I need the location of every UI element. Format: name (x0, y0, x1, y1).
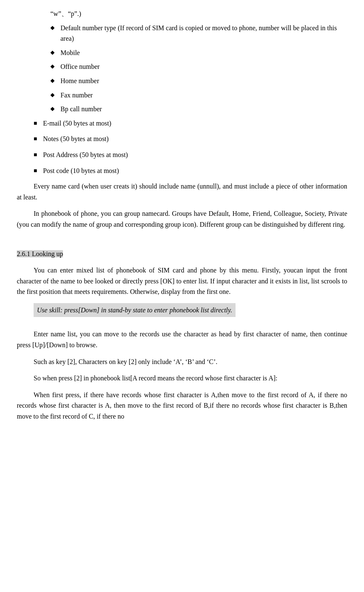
list-item-text: Bp call number (60, 104, 102, 115)
list-item-text: Notes (50 bytes at most) (43, 134, 108, 144)
section-heading-paragraph: 2.6.1 Looking up (17, 249, 347, 259)
square-icon: ■ (34, 119, 37, 128)
intro-text: “w”、“p”.) (50, 8, 347, 19)
diamond-list: ◆ Default number type (If record of SIM … (50, 23, 347, 115)
square-icon: ■ (34, 134, 37, 144)
list-item-text: Fax number (60, 90, 93, 101)
list-item: ■ E-mail (50 bytes at most) (34, 118, 347, 129)
list-item-text: Post Address (50 bytes at most) (43, 149, 128, 160)
diamond-icon: ◆ (50, 76, 55, 85)
section-gap (17, 236, 347, 249)
paragraph-namecard: Every name card (when user creats it) sh… (17, 181, 347, 202)
list-item: ◆ Office number (50, 61, 347, 72)
tip-text: Use skill: press[Down] in stand-by state… (34, 303, 236, 317)
main-content: “w”、“p”.) ◆ Default number type (If reco… (17, 8, 347, 422)
list-item: ◆ Home number (50, 76, 347, 86)
diamond-icon: ◆ (50, 24, 55, 32)
list-item-text: Post code (10 bytes at most) (43, 165, 119, 176)
section-heading: 2.6.1 Looking up (17, 250, 63, 257)
list-item-text: E-mail (50 bytes at most) (43, 118, 111, 129)
square-icon: ■ (34, 166, 37, 176)
list-item: ◆ Mobile (50, 47, 347, 58)
paragraph-phonebook: In phonebook of phone, you can group nam… (17, 208, 347, 230)
diamond-icon: ◆ (50, 105, 55, 113)
list-item: ◆ Fax number (50, 90, 347, 101)
list-item: ■ Post code (10 bytes at most) (34, 165, 347, 176)
square-list: ■ E-mail (50 bytes at most) ■ Notes (50 … (34, 118, 347, 176)
diamond-icon: ◆ (50, 48, 55, 57)
list-item-text: Mobile (60, 47, 80, 58)
list-item: ◆ Bp call number (50, 104, 347, 115)
paragraph-press2: So when press [2] in phonebook list[A re… (17, 373, 347, 384)
list-item-text: Default number type (If record of SIM ca… (60, 23, 347, 44)
paragraph-key2: Such as key [2], Characters on key [2] o… (17, 356, 347, 367)
diamond-icon: ◆ (50, 62, 55, 71)
tip-paragraph: Use skill: press[Down] in stand-by state… (17, 303, 347, 323)
paragraph-enter-name: Enter name list, you can move to the rec… (17, 329, 347, 350)
list-item-text: Home number (60, 76, 99, 86)
paragraph-lookup: You can enter mixed list of phonebook of… (17, 265, 347, 297)
paragraph-first-press: When first press, if there have records … (17, 390, 347, 422)
list-item: ◆ Default number type (If record of SIM … (50, 23, 347, 44)
square-icon: ■ (34, 150, 37, 160)
list-item: ■ Notes (50 bytes at most) (34, 134, 347, 144)
list-item: ■ Post Address (50 bytes at most) (34, 149, 347, 160)
list-item-text: Office number (60, 61, 100, 72)
diamond-icon: ◆ (50, 91, 55, 100)
